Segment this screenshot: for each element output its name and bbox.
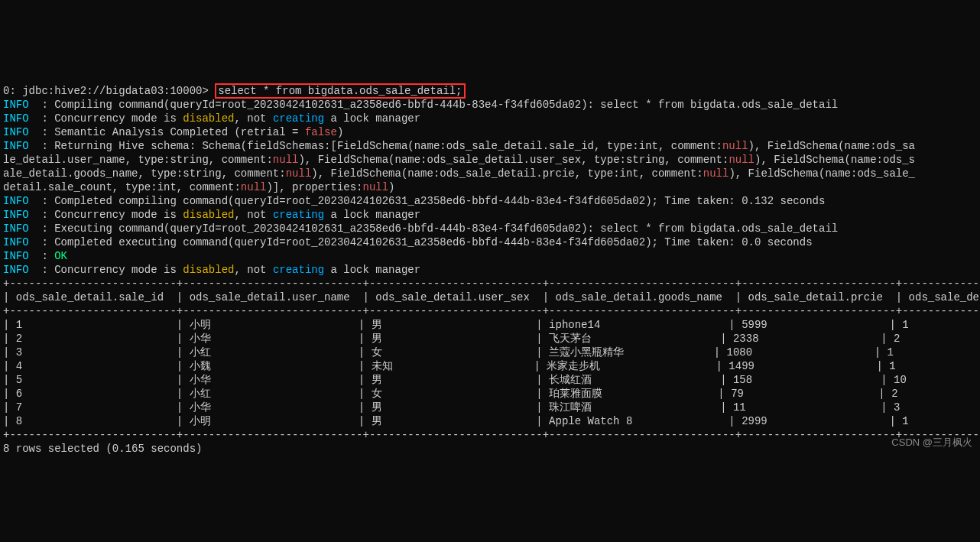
- table-sep: +--------------------------+------------…: [3, 277, 980, 290]
- table-header: | ods_sale_detail.sale_id | ods_sale_det…: [3, 291, 980, 303]
- log-line: le_detail.user_name, type:string, commen…: [3, 154, 915, 166]
- table-sep: +--------------------------+------------…: [3, 429, 980, 441]
- table-sep: +--------------------------+------------…: [3, 305, 980, 317]
- log-line: INFO : Concurrency mode is disabled, not…: [3, 112, 420, 125]
- log-line: ale_detail.goods_name, type:string, comm…: [3, 167, 915, 180]
- table-row: | 7 | 小华 | 男 | 珠江啤酒 | 11 | 3 |: [3, 401, 980, 414]
- log-line: INFO : Compiling command(queryId=root_20…: [3, 99, 838, 111]
- watermark: CSDN @三月枫火: [891, 436, 972, 450]
- table-row: | 8 | 小明 | 男 | Apple Watch 8 | 2999 | 1 …: [3, 415, 980, 427]
- log-line: INFO : Executing command(queryId=root_20…: [3, 222, 838, 235]
- table-row: | 4 | 小魏 | 未知 | 米家走步机 | 1499 | 1 |: [3, 360, 980, 372]
- table-row: | 5 | 小华 | 男 | 长城红酒 | 158 | 10 |: [3, 374, 980, 386]
- log-line: INFO : Concurrency mode is disabled, not…: [3, 264, 420, 276]
- terminal-output[interactable]: 0: jdbc:hive2://bigdata03:10000> select …: [0, 69, 980, 471]
- log-line: INFO : Completed compiling command(query…: [3, 195, 825, 207]
- log-line: INFO : Completed executing command(query…: [3, 236, 813, 248]
- footer-line: 8 rows selected (0.165 seconds): [3, 443, 202, 455]
- sql-command-highlight: select * from bigdata.ods_sale_detail;: [215, 83, 465, 99]
- log-line: INFO : Returning Hive schema: Schema(fie…: [3, 140, 915, 152]
- table-row: | 3 | 小红 | 女 | 兰蔻小黑瓶精华 | 1080 | 1 |: [3, 346, 980, 359]
- log-line: INFO : Concurrency mode is disabled, not…: [3, 209, 420, 221]
- log-line: INFO : OK: [3, 250, 67, 262]
- log-line: detail.sale_count, type:int, comment:nul…: [3, 181, 395, 193]
- log-line: INFO : Semantic Analysis Completed (retr…: [3, 126, 343, 138]
- table-row: | 2 | 小华 | 男 | 飞天茅台 | 2338 | 2 |: [3, 333, 980, 345]
- prompt: 0: jdbc:hive2://bigdata03:10000> select …: [3, 83, 466, 99]
- table-row: | 6 | 小红 | 女 | 珀莱雅面膜 | 79 | 2 |: [3, 388, 980, 400]
- table-row: | 1 | 小明 | 男 | iphone14 | 5999 | 1 |: [3, 319, 980, 331]
